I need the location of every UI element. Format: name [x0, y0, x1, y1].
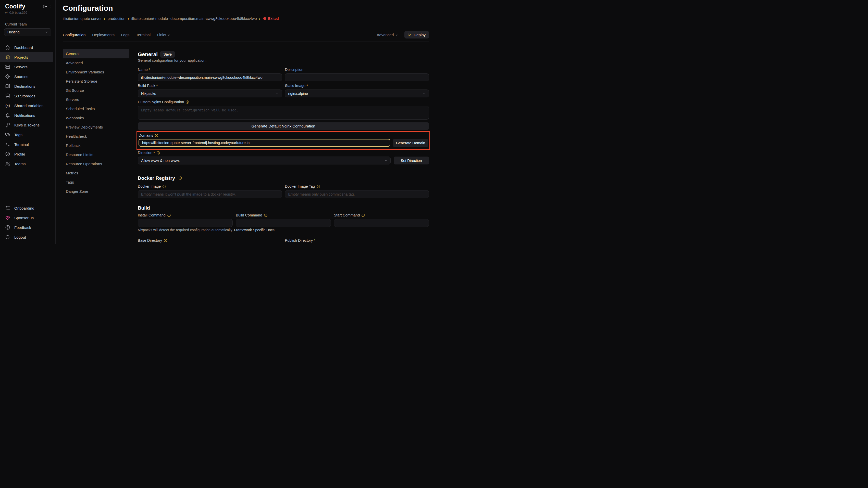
- section-nav-item-danger-zone[interactable]: Danger Zone: [63, 187, 129, 196]
- section-nav-item-git-source[interactable]: Git Source: [63, 86, 129, 95]
- main-content: Configuration illicitonion quote server›…: [56, 0, 434, 244]
- domains-input[interactable]: https://illicitonion-quote-server-fronte…: [138, 139, 391, 147]
- docker-image-tag-label: Docker Image Tag: [285, 184, 429, 189]
- section-nav-item-environment-variables[interactable]: Environment Variables: [63, 68, 129, 77]
- sidebar-item-logout[interactable]: Logout: [0, 232, 55, 242]
- sidebar-item-label: S3 Storages: [14, 94, 35, 98]
- info-icon: [167, 214, 171, 217]
- app-logo: Coolify: [5, 3, 25, 10]
- sidebar-item-sources[interactable]: Sources: [0, 72, 55, 82]
- section-nav-item-advanced[interactable]: Advanced: [63, 58, 129, 68]
- generate-nginx-button[interactable]: Generate Default Nginx Configuration: [138, 122, 429, 130]
- chevrons-up-down-icon: [395, 33, 398, 36]
- team-select-value: Hosting: [7, 30, 20, 34]
- tab-links[interactable]: Links: [157, 33, 170, 37]
- checklist-icon: [5, 205, 10, 210]
- sidebar-item-projects[interactable]: Projects: [0, 52, 53, 62]
- build-command-input[interactable]: [236, 219, 331, 227]
- section-nav-item-healthcheck[interactable]: Healthcheck: [63, 132, 129, 141]
- install-command-label: Install Command: [138, 213, 233, 218]
- server-icon: [5, 64, 10, 69]
- tabs: ConfigurationDeploymentsLogsTerminalLink…: [63, 33, 170, 37]
- start-command-input[interactable]: [334, 219, 429, 227]
- theme-sun-icon[interactable]: [42, 4, 47, 9]
- section-nav-item-resource-limits[interactable]: Resource Limits: [63, 150, 129, 159]
- sidebar-item-sponsor-us[interactable]: Sponsor us: [0, 213, 55, 223]
- terminal-icon: [5, 142, 10, 147]
- sidebar-item-notifications[interactable]: Notifications: [0, 110, 55, 120]
- save-button[interactable]: Save: [160, 51, 175, 58]
- breadcrumb-item[interactable]: illicitestonion/-module--decomposition:m…: [131, 16, 257, 21]
- build-hint: Nixpacks will detect the required config…: [138, 228, 429, 232]
- sidebar-item-teams[interactable]: Teams: [0, 159, 55, 168]
- build-pack-select[interactable]: Nixpacks: [138, 90, 282, 97]
- status-badge: Exited: [268, 17, 279, 21]
- team-select[interactable]: Hosting: [4, 28, 51, 36]
- build-command-label: Build Command: [236, 213, 331, 218]
- info-icon: [163, 239, 167, 242]
- section-nav-item-tags[interactable]: Tags: [63, 178, 129, 187]
- tab-terminal[interactable]: Terminal: [136, 33, 151, 37]
- breadcrumb-item[interactable]: production: [108, 16, 126, 21]
- sidebar-item-dashboard[interactable]: Dashboard: [0, 42, 55, 52]
- info-icon: [156, 151, 160, 155]
- sidebar-item-profile[interactable]: Profile: [0, 149, 55, 159]
- tab-logs[interactable]: Logs: [121, 33, 130, 37]
- tab-configuration[interactable]: Configuration: [63, 33, 86, 37]
- docker-image-input[interactable]: [138, 190, 282, 198]
- sidebar-footer-nav: OnboardingSponsor usFeedbackLogout: [0, 203, 55, 242]
- sidebar-item-destinations[interactable]: Destinations: [0, 82, 55, 91]
- vars-icon: (x): [5, 103, 10, 108]
- tab-deployments[interactable]: Deployments: [92, 33, 115, 37]
- text-caret: [207, 141, 207, 145]
- sidebar-item-label: Destinations: [14, 84, 35, 89]
- description-input[interactable]: [285, 73, 429, 82]
- section-nav-item-rollback[interactable]: Rollback: [63, 141, 129, 150]
- install-command-input[interactable]: [138, 219, 233, 227]
- set-direction-button[interactable]: Set Direction: [394, 157, 429, 164]
- sidebar-item-tags[interactable]: Tags: [0, 130, 55, 139]
- section-nav-item-webhooks[interactable]: Webhooks: [63, 113, 129, 123]
- info-icon: [316, 185, 320, 188]
- sidebar-item-onboarding[interactable]: Onboarding: [0, 203, 55, 213]
- advanced-label: Advanced: [377, 33, 394, 37]
- sidebar-item-s3-storages[interactable]: S3 Storages: [0, 91, 55, 101]
- section-nav-item-general[interactable]: General: [63, 49, 129, 58]
- map-icon: [5, 84, 10, 89]
- base-directory-label: Base Directory: [138, 238, 282, 243]
- section-nav-item-resource-operations[interactable]: Resource Operations: [63, 159, 129, 168]
- info-icon: [155, 134, 158, 137]
- sidebar-item-feedback[interactable]: Feedback: [0, 223, 55, 232]
- sidebar-item-label: Keys & Tokens: [14, 123, 39, 127]
- sidebar-item-shared-variables[interactable]: (x)Shared Variables: [0, 101, 55, 110]
- deploy-label: Deploy: [413, 33, 426, 37]
- nginx-config-textarea[interactable]: [138, 106, 429, 120]
- sidebar-item-servers[interactable]: Servers: [0, 62, 55, 72]
- name-input[interactable]: [138, 73, 282, 82]
- required-asterisk: *: [314, 238, 315, 243]
- description-label: Description: [285, 67, 429, 72]
- sidebar-item-terminal[interactable]: Terminal: [0, 139, 55, 149]
- generate-domain-button[interactable]: Generate Domain: [393, 139, 428, 147]
- chevron-down-icon: [423, 92, 426, 95]
- sidebar: Coolify v4.0.0-beta.399 Current Team Hos…: [0, 0, 56, 244]
- breadcrumb-item[interactable]: illicitonion quote server: [63, 16, 102, 21]
- section-nav-item-metrics[interactable]: Metrics: [63, 168, 129, 178]
- section-nav-item-servers[interactable]: Servers: [63, 95, 129, 104]
- direction-select[interactable]: Allow www & non-www.: [138, 157, 391, 164]
- framework-docs-link[interactable]: Framework Specific Docs: [234, 228, 275, 232]
- section-nav-item-persistent-storage[interactable]: Persistent Storage: [63, 77, 129, 86]
- domains-label: Domains: [138, 133, 428, 138]
- sidebar-item-label: Tags: [14, 133, 23, 137]
- info-icon: [264, 214, 268, 217]
- theme-selector-icon[interactable]: [49, 5, 52, 8]
- docker-image-tag-input[interactable]: [285, 190, 429, 198]
- section-nav-item-preview-deployments[interactable]: Preview Deployments: [63, 123, 129, 132]
- static-image-select[interactable]: nginx:alpine: [285, 90, 429, 97]
- sidebar-item-label: Notifications: [14, 113, 35, 118]
- sidebar-item-label: Teams: [14, 162, 26, 166]
- sidebar-item-keys-tokens[interactable]: Keys & Tokens: [0, 120, 55, 130]
- section-nav-item-scheduled-tasks[interactable]: Scheduled Tasks: [63, 104, 129, 113]
- advanced-selector[interactable]: Advanced: [377, 33, 399, 37]
- deploy-button[interactable]: Deploy: [404, 31, 429, 38]
